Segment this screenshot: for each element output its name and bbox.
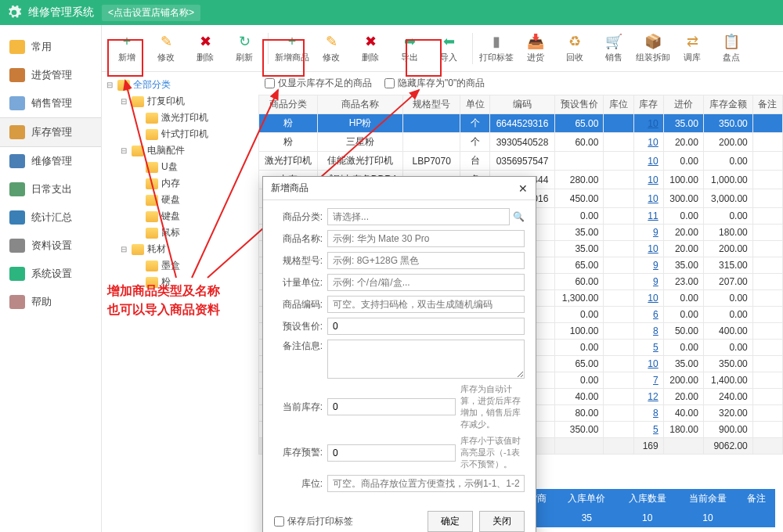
unit-input[interactable]	[327, 274, 525, 291]
toolbar-refresh[interactable]: ↻刷新	[226, 30, 263, 66]
table-row[interactable]: 激光打印机佳能激光打印机LBP7070台0356957547100.000.00	[259, 152, 783, 171]
column-header[interactable]: 编码	[490, 95, 554, 114]
toolbar-sale[interactable]: 🛒销售	[595, 30, 633, 66]
shop-name-setter[interactable]: <点击设置店铺名称>	[102, 5, 200, 21]
tree-node[interactable]: ⊟打复印机	[105, 93, 255, 110]
folder-icon	[146, 178, 158, 189]
sidebar-item-0[interactable]: 常用	[0, 33, 101, 61]
tree-node[interactable]: ⊟电脑配件	[105, 142, 255, 159]
sale-icon: 🛒	[605, 33, 622, 50]
add-product-modal: 新增商品 ✕ 商品分类:🔍 商品名称: 规格型号: 计量单位: 商品编码: 预设…	[262, 176, 536, 532]
search-icon[interactable]: 🔍	[513, 211, 525, 222]
tree-node[interactable]: 内存	[105, 175, 255, 192]
sidebar-icon	[9, 267, 25, 281]
tree-node[interactable]: 鼠标	[105, 225, 255, 241]
column-header[interactable]: 商品分类	[259, 95, 318, 114]
tree-node[interactable]: 针式打印机	[105, 126, 255, 142]
filter-hide-zero[interactable]: 隐藏库存为"0"的商品	[384, 77, 485, 90]
print-label-icon: ▮	[488, 33, 505, 50]
cancel-button[interactable]: 关闭	[479, 511, 525, 532]
folder-icon	[146, 211, 158, 222]
sidebar-item-3[interactable]: 库存管理	[0, 117, 101, 147]
sidebar-item-9[interactable]: 帮助	[0, 288, 101, 316]
delete-icon: ✖	[197, 33, 214, 50]
filter-bar: 仅显示库存不足的商品 隐藏库存为"0"的商品	[258, 72, 783, 95]
modal-title: 新增商品	[271, 182, 309, 195]
toolbar-edit2[interactable]: ✎修改	[312, 30, 350, 66]
assemble-icon: 📦	[644, 33, 662, 50]
toolbar-import[interactable]: ⬅导入	[430, 30, 467, 66]
spec-input[interactable]	[327, 252, 525, 269]
sidebar-item-8[interactable]: 系统设置	[0, 260, 101, 288]
toolbar-delete2[interactable]: ✖删除	[352, 30, 389, 66]
add-icon: +	[118, 33, 135, 50]
sidebar-item-7[interactable]: 资料设置	[0, 232, 101, 260]
edit-icon: ✎	[157, 33, 175, 50]
folder-icon	[146, 228, 158, 239]
product-name-input[interactable]	[327, 230, 525, 247]
warn-input[interactable]	[327, 444, 456, 462]
sidebar-icon	[9, 68, 25, 82]
table-row[interactable]: 粉三星粉个393054052860.001020.00200.00	[259, 133, 783, 152]
folder-icon	[146, 162, 158, 173]
toolbar-inventory[interactable]: 📋盘点	[713, 30, 750, 66]
tree-node[interactable]: 墨盒	[105, 257, 255, 274]
code-input[interactable]	[327, 296, 525, 313]
toolbar-transfer[interactable]: ⇄调库	[673, 30, 711, 66]
column-header[interactable]: 商品名称	[318, 95, 403, 114]
sidebar-item-1[interactable]: 进货管理	[0, 61, 101, 89]
tree-node[interactable]: ⊟全部分类	[105, 77, 255, 93]
sidebar-item-4[interactable]: 维修管理	[0, 147, 101, 175]
category-select[interactable]	[327, 208, 510, 225]
tree-node[interactable]: 粉	[105, 274, 255, 290]
toolbar-delete[interactable]: ✖删除	[186, 30, 224, 66]
stock-input[interactable]	[327, 398, 456, 415]
toolbar-recycle[interactable]: ♻回收	[556, 30, 594, 66]
toolbar-add[interactable]: +新增	[108, 30, 146, 66]
folder-icon	[117, 80, 130, 91]
gear-icon	[6, 5, 22, 20]
sidebar-item-2[interactable]: 销售管理	[0, 89, 101, 117]
folder-icon	[132, 96, 144, 107]
column-header[interactable]: 规格型号	[403, 95, 460, 114]
sidebar-item-5[interactable]: 日常支出	[0, 175, 101, 203]
column-header[interactable]: 库位	[604, 95, 633, 114]
toolbar-edit[interactable]: ✎修改	[147, 30, 185, 66]
close-icon[interactable]: ✕	[518, 182, 528, 195]
sidebar-icon	[9, 96, 25, 110]
toolbar-print-label[interactable]: ▮打印标签	[478, 30, 515, 66]
sidebar-icon	[9, 182, 25, 196]
save-print-checkbox[interactable]: 保存后打印标签	[274, 515, 353, 528]
toolbar-export[interactable]: ➡导出	[391, 30, 428, 66]
location-input[interactable]	[327, 475, 525, 492]
refresh-icon: ↻	[236, 33, 253, 50]
column-header[interactable]: 备注	[752, 95, 782, 114]
sidebar-item-6[interactable]: 统计汇总	[0, 203, 101, 232]
note-input[interactable]	[327, 340, 525, 379]
tree-node[interactable]: 键盘	[105, 208, 255, 225]
filter-low-stock[interactable]: 仅显示库存不足的商品	[265, 77, 372, 90]
folder-icon	[146, 129, 158, 140]
add-product-icon: +	[283, 33, 301, 50]
folder-icon	[132, 146, 144, 156]
column-header[interactable]: 库存	[633, 95, 663, 114]
export-icon: ➡	[401, 33, 418, 50]
purchase-icon: 📥	[527, 33, 544, 50]
table-row[interactable]: 粉HP粉个664452931665.001035.00350.00	[259, 114, 783, 133]
toolbar-assemble[interactable]: 📦组装拆卸	[634, 30, 672, 66]
toolbar-purchase[interactable]: 📥进货	[517, 30, 554, 66]
tree-node[interactable]: 激光打印机	[105, 110, 255, 126]
tree-node[interactable]: ⊟耗材	[105, 241, 255, 257]
sidebar-icon	[9, 210, 25, 225]
column-header[interactable]: 单位	[460, 95, 490, 114]
toolbar-add-product[interactable]: +新增商品	[273, 30, 311, 66]
ok-button[interactable]: 确定	[428, 511, 473, 532]
tree-node[interactable]: U盘	[105, 159, 255, 175]
tree-node[interactable]: 硬盘	[105, 192, 255, 208]
price-input[interactable]	[327, 318, 525, 335]
column-header[interactable]: 库存金额	[703, 95, 752, 114]
edit2-icon: ✎	[323, 33, 340, 50]
column-header[interactable]: 预设售价	[554, 95, 604, 114]
transfer-icon: ⇄	[684, 33, 701, 50]
column-header[interactable]: 进价	[663, 95, 703, 114]
